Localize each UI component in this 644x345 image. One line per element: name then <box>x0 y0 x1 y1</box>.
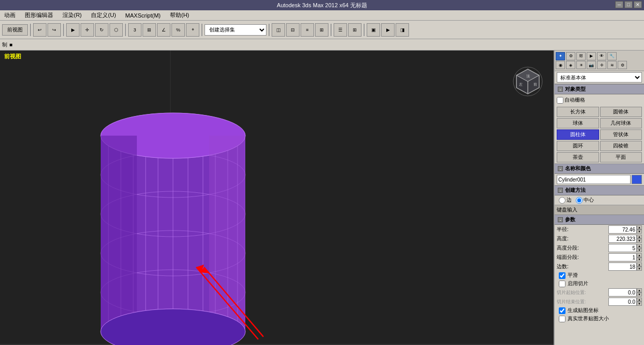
real-world-checkbox[interactable] <box>559 316 566 322</box>
radio-edge-input[interactable] <box>559 197 566 204</box>
viewport[interactable]: 前视图 顶 前 左 <box>0 51 554 345</box>
mirror-button[interactable]: ◫ <box>272 23 285 37</box>
collapse-params[interactable]: - <box>558 217 563 222</box>
percent-snap[interactable]: % <box>171 23 185 37</box>
slice-from-up[interactable]: ▲ <box>637 288 642 292</box>
prim-box[interactable]: 长方体 <box>557 107 599 117</box>
menu-graph-editor[interactable]: 图形编辑器 <box>23 11 55 20</box>
align-view-button[interactable]: ≡ <box>301 23 314 37</box>
scale-button[interactable]: ⬡ <box>109 23 123 37</box>
select-button[interactable]: ▶ <box>66 23 80 37</box>
camera-icon[interactable]: 📷 <box>587 61 596 69</box>
prim-sphere[interactable]: 球体 <box>557 118 599 128</box>
secondary-toolbar: 制 ■ <box>0 39 644 51</box>
minimize-button[interactable]: ─ <box>615 1 623 8</box>
slice-from-down[interactable]: ▼ <box>637 292 642 297</box>
keyboard-label: 键盘输入 <box>557 207 577 212</box>
display-btn[interactable]: 👁 <box>597 52 606 60</box>
layer-manager[interactable]: ☰ <box>334 23 347 37</box>
rp-icons-row2: ◉ ◈ ☀ 📷 ✛ ≋ ⚙ <box>556 61 643 69</box>
motion-btn[interactable]: ▶ <box>587 52 596 60</box>
slice-to-down[interactable]: ▼ <box>637 302 642 306</box>
collapse-name[interactable]: - <box>558 166 563 171</box>
slice-from-label: 切片起始位置: <box>557 289 586 296</box>
system-icon[interactable]: ⚙ <box>618 61 627 69</box>
menu-help[interactable]: 帮助(H) <box>168 11 191 20</box>
radius-input[interactable] <box>608 225 637 234</box>
move-button[interactable]: ✛ <box>81 23 94 37</box>
slice-to-up[interactable]: ▲ <box>637 298 642 302</box>
smooth-checkbox[interactable] <box>559 272 566 279</box>
undo-button[interactable]: ↩ <box>33 23 46 37</box>
collapse-obj-type[interactable]: - <box>558 87 563 92</box>
svg-rect-35 <box>209 136 245 332</box>
radio-center-input[interactable] <box>576 197 583 204</box>
cap-segs-input[interactable] <box>608 253 637 261</box>
normal-align[interactable]: ⊞ <box>315 23 328 37</box>
hierarchy-btn[interactable]: ⛓ <box>576 52 586 60</box>
render-frame[interactable]: ◨ <box>396 23 409 37</box>
category-dropdown[interactable]: 标准基本体 <box>557 72 642 83</box>
render-setup[interactable]: ▣ <box>367 23 380 37</box>
prim-cylinder[interactable]: 圆柱体 <box>557 129 599 140</box>
shape-icon[interactable]: ◈ <box>566 61 575 69</box>
selection-set-dropdown[interactable]: 创建选择集 <box>205 24 266 36</box>
height-segs-up[interactable]: ▲ <box>637 244 642 248</box>
radius-up[interactable]: ▲ <box>637 225 642 229</box>
height-down[interactable]: ▼ <box>637 239 642 243</box>
prim-cone[interactable]: 圆锥体 <box>600 107 642 117</box>
view-cube[interactable]: 顶 前 左 <box>512 66 543 97</box>
auto-grid-checkbox[interactable] <box>557 97 563 104</box>
color-swatch[interactable] <box>632 175 642 184</box>
cap-segs-down[interactable]: ▼ <box>637 257 642 261</box>
percent-btn[interactable]: 3 <box>128 23 142 37</box>
prim-teapot[interactable]: 茶壶 <box>557 152 599 162</box>
radio-center-label: 中心 <box>584 196 594 204</box>
height-segs-down[interactable]: ▼ <box>637 248 642 252</box>
align-button[interactable]: ⊟ <box>286 23 300 37</box>
cap-segs-up[interactable]: ▲ <box>637 253 642 257</box>
snap-toggle[interactable]: ⊞ <box>143 23 156 37</box>
prim-plane[interactable]: 平面 <box>600 152 642 162</box>
scene-explorer[interactable]: ⊞ <box>348 23 362 37</box>
prim-tube[interactable]: 管状体 <box>600 129 642 140</box>
angle-snap[interactable]: ∠ <box>157 23 170 37</box>
height-up[interactable]: ▲ <box>637 235 642 239</box>
prim-torus[interactable]: 圆环 <box>557 141 599 151</box>
menu-render[interactable]: 渲染(R) <box>60 11 84 20</box>
slice-from-input[interactable] <box>608 288 637 297</box>
quick-render[interactable]: ▶ <box>381 23 395 37</box>
prim-geosphere[interactable]: 几何球体 <box>600 118 642 128</box>
menu-animation[interactable]: 动画 <box>2 11 18 20</box>
create-panel-btn[interactable]: ✦ <box>556 52 565 60</box>
height-input[interactable] <box>608 235 637 243</box>
menu-maxscript[interactable]: MAXScript(M) <box>123 12 163 19</box>
slice-checkbox[interactable] <box>559 281 566 287</box>
modify-panel-btn[interactable]: ⚙ <box>566 52 575 60</box>
sides-down[interactable]: ▼ <box>637 267 642 271</box>
maximize-button[interactable]: □ <box>624 1 633 8</box>
slice-to-input[interactable] <box>608 298 637 306</box>
object-name-input[interactable] <box>557 175 631 184</box>
radius-down[interactable]: ▼ <box>637 229 642 234</box>
rotate-button[interactable]: ↻ <box>95 23 108 37</box>
spinner-snap[interactable]: ⌖ <box>186 23 199 37</box>
redo-button[interactable]: ↪ <box>48 23 61 37</box>
height-segs-input[interactable] <box>608 244 637 252</box>
viewport-selector[interactable]: 前视图 <box>2 24 28 36</box>
menu-bar: 动画 图形编辑器 渲染(R) 自定义(U) MAXScript(M) 帮助(H) <box>0 10 644 21</box>
menu-customize[interactable]: 自定义(U) <box>89 11 118 20</box>
prim-pyramid[interactable]: 四棱锥 <box>600 141 642 151</box>
sides-up[interactable]: ▲ <box>637 262 642 267</box>
slice-on-row: 启用切片 <box>555 280 644 288</box>
keyboard-section[interactable]: 键盘输入 <box>555 205 644 215</box>
collapse-creation[interactable]: - <box>558 188 563 193</box>
gen-coords-checkbox[interactable] <box>559 307 566 314</box>
utilities-btn[interactable]: 🔧 <box>607 52 617 60</box>
sides-input[interactable] <box>608 262 637 271</box>
spacewarp-icon[interactable]: ≋ <box>607 61 617 69</box>
geo-icon[interactable]: ◉ <box>556 61 565 69</box>
light-icon[interactable]: ☀ <box>576 61 586 69</box>
close-button[interactable]: ✕ <box>634 1 642 8</box>
helper-icon[interactable]: ✛ <box>597 61 606 69</box>
